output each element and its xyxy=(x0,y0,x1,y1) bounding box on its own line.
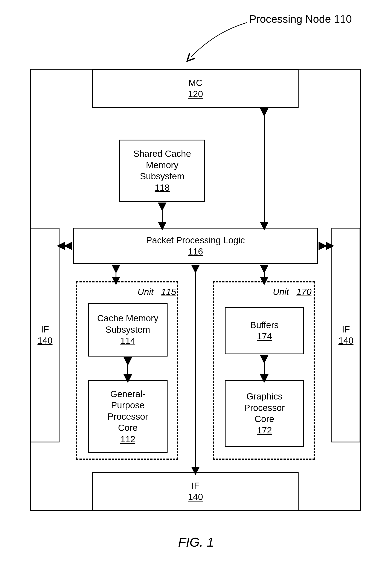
gpp-l3: Processor xyxy=(107,411,148,422)
if-left-num: 140 xyxy=(37,335,52,346)
gpc-l1: Graphics xyxy=(246,391,282,402)
mc-title: MC xyxy=(188,77,202,89)
buffers-title: Buffers xyxy=(250,319,279,331)
figure-caption: FIG. 1 xyxy=(0,535,392,550)
cms-num: 114 xyxy=(120,335,135,347)
gpc-l3: Core xyxy=(254,414,274,425)
gpp-l4: Core xyxy=(118,422,138,434)
gpc-num: 172 xyxy=(257,425,272,436)
unit-115-num: 115 xyxy=(161,287,176,297)
shared-cache-block: Shared Cache Memory Subsystem 118 xyxy=(119,140,205,202)
scms-num: 118 xyxy=(155,182,170,194)
ppl-title: Packet Processing Logic xyxy=(146,235,245,246)
if-left-title: IF xyxy=(41,324,49,335)
packet-processing-block: Packet Processing Logic 116 xyxy=(73,228,318,264)
scms-l3: Subsystem xyxy=(140,171,184,182)
unit-170-word: Unit xyxy=(273,287,289,297)
gpp-l2: Purpose xyxy=(111,400,145,411)
cache-memory-block: Cache Memory Subsystem 114 xyxy=(88,303,168,357)
pointer-label: Processing Node 110 xyxy=(249,13,382,25)
scms-l1: Shared Cache xyxy=(133,148,191,160)
unit-115-word: Unit xyxy=(138,287,154,297)
scms-l2: Memory xyxy=(146,160,179,171)
gpp-l1: General- xyxy=(110,388,145,400)
general-processor-block: General- Purpose Processor Core 112 xyxy=(88,380,168,453)
if-left-block: IF 140 xyxy=(30,228,59,443)
ppl-num: 116 xyxy=(188,246,203,257)
mc-block: MC 120 xyxy=(92,69,299,108)
unit-170-label: Unit 170 xyxy=(264,287,311,297)
unit-115-label: Unit 115 xyxy=(129,287,176,297)
if-bottom-block: IF 140 xyxy=(92,472,299,511)
cms-l2: Subsystem xyxy=(105,324,150,335)
gpc-l2: Processor xyxy=(244,402,285,414)
if-right-block: IF 140 xyxy=(331,228,360,443)
if-bottom-title: IF xyxy=(191,480,199,492)
if-bottom-num: 140 xyxy=(188,491,203,503)
if-right-num: 140 xyxy=(338,335,353,346)
mc-num: 120 xyxy=(188,88,203,100)
buffers-num: 174 xyxy=(257,331,272,342)
gpp-num: 112 xyxy=(120,434,135,445)
unit-170-num: 170 xyxy=(296,287,311,297)
graphics-processor-block: Graphics Processor Core 172 xyxy=(225,380,304,447)
buffers-block: Buffers 174 xyxy=(225,307,304,354)
cms-l1: Cache Memory xyxy=(97,313,158,324)
if-right-title: IF xyxy=(342,324,350,335)
